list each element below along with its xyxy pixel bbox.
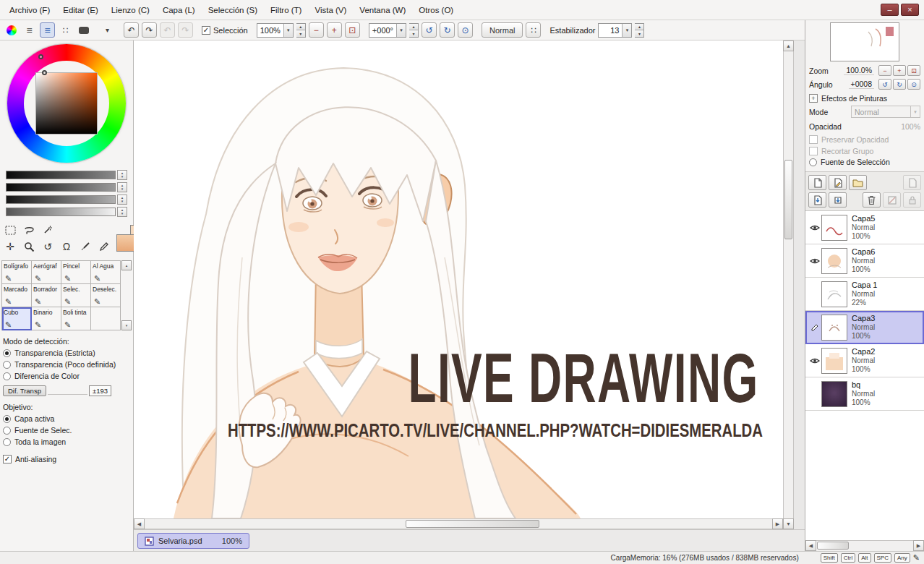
layer-mask-button[interactable]	[903, 175, 921, 190]
objetivo-option-fuente[interactable]: Fuente de Selec.	[3, 426, 130, 435]
hue-indicator[interactable]	[38, 54, 43, 59]
tool-grid-scroll-up[interactable]: ▴	[121, 260, 132, 270]
layer-thumbnail[interactable]	[821, 215, 847, 241]
advanced-settings-button[interactable]: ∷	[526, 22, 541, 38]
rotate-cw-button[interactable]: ↻	[440, 22, 455, 38]
canvas-vertical-scrollbar[interactable]: ▲ ▼	[783, 40, 794, 529]
layer-thumbnail[interactable]	[821, 281, 847, 307]
tool-binario[interactable]: Binario✎	[32, 307, 61, 330]
menu-editar[interactable]: Editar (E)	[56, 2, 105, 18]
mixer-slider-3[interactable]	[6, 195, 116, 204]
layer-row-bq[interactable]: bqNormal100%	[805, 377, 924, 411]
mixer-slider-2-stepper[interactable]: ▴▾	[117, 182, 127, 192]
menu-lienzo[interactable]: Lienzo (C)	[105, 2, 156, 18]
rotate-view-tool[interactable]: ↺	[40, 240, 55, 253]
document-tab-selvaria[interactable]: Selvaria.psd 100%	[137, 533, 249, 549]
preservar-checkbox[interactable]	[809, 135, 818, 144]
rect-select-tool[interactable]	[3, 223, 17, 236]
pen-cursor-tool[interactable]	[97, 240, 111, 253]
color-mixer-panel-button[interactable]: ≡	[40, 22, 55, 38]
mixer-slider-1[interactable]	[6, 171, 116, 179]
radio-icon[interactable]	[3, 427, 11, 435]
layer-row-capa-1[interactable]: Capa 1Normal22%	[805, 278, 924, 311]
dif-transp-slider[interactable]	[48, 386, 87, 395]
scroll-up-button[interactable]: ▲	[783, 40, 794, 51]
menu-vista[interactable]: Vista (V)	[308, 2, 353, 18]
layer-visibility-toggle[interactable]	[808, 357, 821, 364]
rotate-reset-button[interactable]: ⊙	[458, 22, 473, 38]
minimize-button[interactable]: –	[881, 4, 899, 16]
new-linework-layer-button[interactable]	[829, 175, 847, 190]
scroll-left-button[interactable]: ◀	[805, 540, 816, 551]
estabilizador-combobox[interactable]: 13 ▾	[598, 23, 632, 38]
nav-zoom-out-button[interactable]: −	[878, 65, 891, 76]
hand-tool[interactable]: Ω	[59, 240, 74, 253]
menu-seleccion[interactable]: Selección (S)	[202, 2, 264, 18]
scroll-right-button[interactable]: ▶	[772, 518, 783, 529]
canvas[interactable]: LIVE DRAWING HTTPS://WWW.PICARTO.TV/LIVE…	[134, 40, 783, 518]
tool-marcado[interactable]: Marcado✎	[2, 284, 32, 307]
nav-zoom-in-button[interactable]: +	[893, 65, 906, 76]
angle-spinner[interactable]: ▴▾	[409, 23, 419, 38]
lasso-tool[interactable]	[22, 223, 36, 236]
undo-button[interactable]: ↶	[124, 22, 139, 38]
nav-rotate-reset-button[interactable]: ⊙	[907, 79, 920, 90]
scroll-right-button[interactable]: ▶	[913, 540, 924, 551]
scroll-left-button[interactable]: ◀	[134, 518, 145, 529]
zoom-tool[interactable]	[22, 240, 36, 253]
radio-icon[interactable]	[3, 361, 11, 369]
mixer-slider-2[interactable]	[6, 183, 116, 192]
angle-combobox[interactable]: +000° ▾	[369, 23, 406, 38]
detection-option-diferencia[interactable]: Diferencia de Color	[3, 372, 130, 380]
clear-layer-button[interactable]	[883, 192, 901, 208]
layer-visibility-toggle[interactable]	[808, 224, 821, 231]
zoom-reset-button[interactable]: ⊡	[345, 22, 360, 38]
move-tool[interactable]: ✛	[3, 240, 17, 253]
recortar-checkbox[interactable]	[809, 147, 818, 155]
blend-mode-button[interactable]: Normal	[482, 22, 523, 38]
zoom-out-button[interactable]: −	[309, 22, 324, 38]
detection-option-estricta[interactable]: Transparencia (Estricta)	[3, 349, 130, 357]
new-layer-button[interactable]	[808, 175, 826, 190]
layer-thumbnail[interactable]	[821, 315, 847, 341]
scroll-down-button[interactable]: ▼	[783, 518, 794, 529]
mixer-slider-4-stepper[interactable]: ▴▾	[117, 207, 127, 217]
menu-ventana[interactable]: Ventana (W)	[353, 2, 412, 18]
color-wheel[interactable]	[7, 44, 126, 163]
radio-icon[interactable]	[3, 349, 11, 357]
transfer-down-button[interactable]	[808, 192, 826, 208]
layer-mode-dropdown[interactable]: Normal ▾	[851, 106, 920, 118]
tool-grid-scroll-down[interactable]: ▾	[121, 320, 132, 330]
layer-thumbnail[interactable]	[821, 248, 847, 274]
color-wheel-panel-button[interactable]	[4, 22, 19, 38]
dif-transp-button[interactable]: Dif. Transp	[3, 385, 46, 396]
antialiasing-option[interactable]: ✓ Anti-aliasing	[3, 455, 130, 463]
estabilizador-spinner[interactable]: ▴▾	[635, 23, 644, 38]
layer-visibility-toggle[interactable]	[808, 257, 821, 265]
tool-selec[interactable]: Selec.✎	[61, 284, 91, 307]
radio-icon[interactable]	[3, 372, 11, 380]
redo-history-button[interactable]: ↷	[178, 22, 193, 38]
antialiasing-checkbox[interactable]: ✓	[3, 455, 12, 463]
tool-empty-slot[interactable]	[91, 307, 121, 330]
navigator-thumbnail[interactable]	[830, 22, 899, 61]
tool-boligrafo[interactable]: Bolígrafo✎	[2, 261, 32, 284]
tool-aerografo[interactable]: Aerógraf✎	[32, 261, 61, 284]
canvas-horizontal-scrollbar[interactable]: ◀ ▶	[134, 518, 783, 529]
layer-row-capa6[interactable]: Capa6Normal100%	[805, 244, 924, 278]
seleccion-checkbox[interactable]: ✓	[202, 26, 210, 35]
redo-button[interactable]: ↷	[142, 22, 157, 38]
menu-archivo[interactable]: Archivo (F)	[3, 2, 56, 18]
nav-rotate-ccw-button[interactable]: ↺	[878, 79, 891, 90]
new-folder-button[interactable]	[849, 175, 867, 190]
zoom-in-button[interactable]: +	[327, 22, 342, 38]
layer-editing-indicator[interactable]	[808, 323, 821, 332]
detection-option-poco-definida[interactable]: Transparencia (Poco definida)	[3, 360, 130, 369]
nav-rotate-cw-button[interactable]: ↻	[893, 79, 906, 90]
primary-color-swatch[interactable]	[116, 234, 136, 252]
toolbar-options-button[interactable]: ▾	[100, 22, 115, 38]
eyedropper-tool[interactable]	[78, 240, 93, 253]
sv-indicator[interactable]	[42, 70, 47, 75]
close-button[interactable]: ×	[901, 4, 919, 16]
tool-al-agua[interactable]: Al Agua✎	[91, 261, 121, 284]
